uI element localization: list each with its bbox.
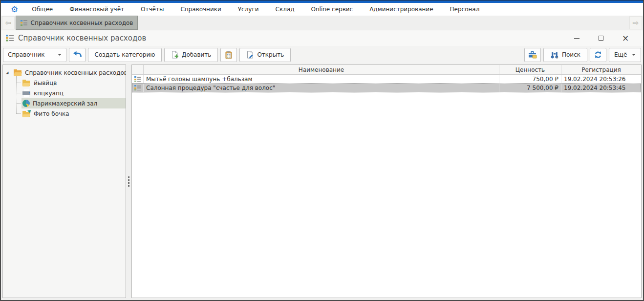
panel-splitter[interactable] xyxy=(126,64,131,298)
tree-item[interactable]: ◢ Фито бочка xyxy=(3,108,126,119)
search-button[interactable]: Поиск xyxy=(543,48,587,62)
create-category-button[interactable]: Создать категорию xyxy=(88,48,162,62)
cell-registration: 19.02.2024 20:53:45 xyxy=(561,84,641,92)
gear-icon[interactable]: ⚙ xyxy=(11,5,18,14)
close-icon: × xyxy=(622,34,629,43)
cell-value: 7 500,00 ₽ xyxy=(499,84,561,92)
menu-item[interactable]: Отчёты xyxy=(141,6,164,13)
tree-item-label: йывйцв xyxy=(34,80,57,86)
splitter-grip-icon xyxy=(128,176,129,187)
cell-registration: 19.02.2024 20:53:26 xyxy=(561,75,641,83)
binoculars-icon xyxy=(550,51,559,59)
arrow-right-icon: ⇨ xyxy=(633,19,639,27)
menu-item[interactable]: Online сервис xyxy=(311,6,353,13)
paste-button[interactable] xyxy=(220,48,237,62)
add-button[interactable]: Добавить xyxy=(164,48,218,62)
undo-button[interactable] xyxy=(69,48,86,62)
tab-scroll-right-button[interactable]: ⇨ xyxy=(629,16,642,29)
toolbox-button[interactable] xyxy=(524,48,541,62)
toolbar-right-group: Поиск Ещё xyxy=(524,48,641,62)
catalog-select-value: Справочник xyxy=(8,51,45,58)
menu-item[interactable]: Персонал xyxy=(450,6,480,13)
catalog-select[interactable]: Справочник xyxy=(3,48,66,62)
chevron-down-icon xyxy=(632,54,636,56)
tree-panel: ◢ Справочник косвенных расходов ◢ йывйцв… xyxy=(2,64,126,298)
tree-item[interactable]: ◢ йывйцв xyxy=(3,78,126,88)
tab-scroll-left-button[interactable]: ⇦ xyxy=(2,16,15,29)
restore-button[interactable] xyxy=(596,33,606,43)
minimize-button[interactable] xyxy=(572,33,581,43)
tree: ◢ Справочник косвенных расходов ◢ йывйцв… xyxy=(3,67,126,119)
title-bar: Справочник косвенных расходов × xyxy=(1,30,643,46)
window-controls: × xyxy=(572,33,630,43)
menu-item[interactable]: Финансовый учёт xyxy=(69,6,124,13)
column-header-registration[interactable]: Регистрация xyxy=(561,65,641,74)
tree-item-label: Справочник косвенных расходов xyxy=(25,69,126,76)
cell-name: Салонная процедура "счастье для волос" xyxy=(144,84,499,92)
list-icon xyxy=(6,35,14,42)
column-header-icon xyxy=(132,65,144,74)
folder-arrow-icon xyxy=(22,110,31,117)
tree-connector xyxy=(17,83,21,83)
close-button[interactable]: × xyxy=(621,33,630,43)
list-icon xyxy=(134,76,141,82)
more-label: Ещё xyxy=(614,51,627,58)
table-panel: НаименованиеЦенностьРегистрация Мытьё го… xyxy=(131,64,642,298)
menu-bar: ⚙ ОбщееФинансовый учётОтчётыСправочникиУ… xyxy=(1,3,643,16)
folder-icon xyxy=(22,79,31,86)
tree-item[interactable]: ◢ Парикмахерский зал xyxy=(3,98,126,108)
table-body: Мытьё головы шампунь +бальзам 750,00 ₽ 1… xyxy=(132,75,641,298)
menu-items: ОбщееФинансовый учётОтчётыСправочникиУсл… xyxy=(32,6,479,13)
menu-item[interactable]: Справочники xyxy=(180,6,221,13)
menu-item[interactable]: Общее xyxy=(32,6,53,13)
refresh-button[interactable] xyxy=(590,48,606,62)
list-icon xyxy=(134,85,141,90)
restore-icon xyxy=(599,36,603,41)
tree-item-label: Фито бочка xyxy=(34,110,69,117)
tab-label: Справочник косвенных расходов xyxy=(31,20,133,26)
cell-name: Мытьё головы шампунь +бальзам xyxy=(144,75,499,83)
toolbar: Справочник Создать категорию Добавить xyxy=(1,46,643,64)
expand-caret-icon[interactable]: ◢ xyxy=(6,71,12,75)
tree-item-label: кпцкуапц xyxy=(34,90,64,97)
search-label: Поиск xyxy=(562,51,580,58)
open-button[interactable]: Открыть xyxy=(239,48,291,62)
add-document-icon xyxy=(171,51,179,59)
table-row[interactable]: Салонная процедура "счастье для волос" 7… xyxy=(132,84,641,92)
list-icon xyxy=(21,20,27,26)
content-area: ◢ Справочник косвенных расходов ◢ йывйцв… xyxy=(1,64,643,300)
pie-chart-icon xyxy=(22,100,30,107)
cell-value: 750,00 ₽ xyxy=(499,75,561,83)
create-category-label: Создать категорию xyxy=(95,51,155,58)
tree-item-label: Парикмахерский зал xyxy=(33,100,97,107)
add-label: Добавить xyxy=(182,51,211,58)
tree-item[interactable]: ◢ Справочник косвенных расходов xyxy=(3,67,126,78)
menu-item[interactable]: Склад xyxy=(276,6,295,13)
arrow-left-icon: ⇦ xyxy=(5,19,12,27)
open-label: Открыть xyxy=(257,51,284,58)
printer-icon xyxy=(22,89,31,97)
tree-item[interactable]: ◢ кпцкуапц xyxy=(3,88,126,98)
refresh-icon xyxy=(594,51,602,59)
minimize-icon xyxy=(574,38,580,39)
paste-icon xyxy=(225,51,233,59)
tab-active[interactable]: Справочник косвенных расходов xyxy=(16,16,138,30)
tab-strip: ⇦ Справочник косвенных расходов ⇨ xyxy=(1,16,643,30)
table-header: НаименованиеЦенностьРегистрация xyxy=(132,65,641,75)
column-header-name[interactable]: Наименование xyxy=(144,65,499,74)
more-button[interactable]: Ещё xyxy=(609,48,641,62)
page-title: Справочник косвенных расходов xyxy=(18,34,146,43)
tree-connector xyxy=(17,93,21,93)
open-folder-icon xyxy=(14,69,22,76)
menu-item[interactable]: Администрирование xyxy=(369,6,433,13)
app-window: ⚙ ОбщееФинансовый учётОтчётыСправочникиУ… xyxy=(0,0,644,301)
tree-connector xyxy=(17,113,21,114)
briefcase-icon xyxy=(528,51,537,59)
chevron-down-icon xyxy=(58,54,62,56)
undo-icon xyxy=(73,51,82,59)
table-row[interactable]: Мытьё головы шампунь +бальзам 750,00 ₽ 1… xyxy=(132,75,641,84)
tree-connector xyxy=(17,103,21,104)
column-header-value[interactable]: Ценность xyxy=(499,65,561,74)
open-document-icon xyxy=(246,51,254,59)
menu-item[interactable]: Услуги xyxy=(238,6,259,13)
